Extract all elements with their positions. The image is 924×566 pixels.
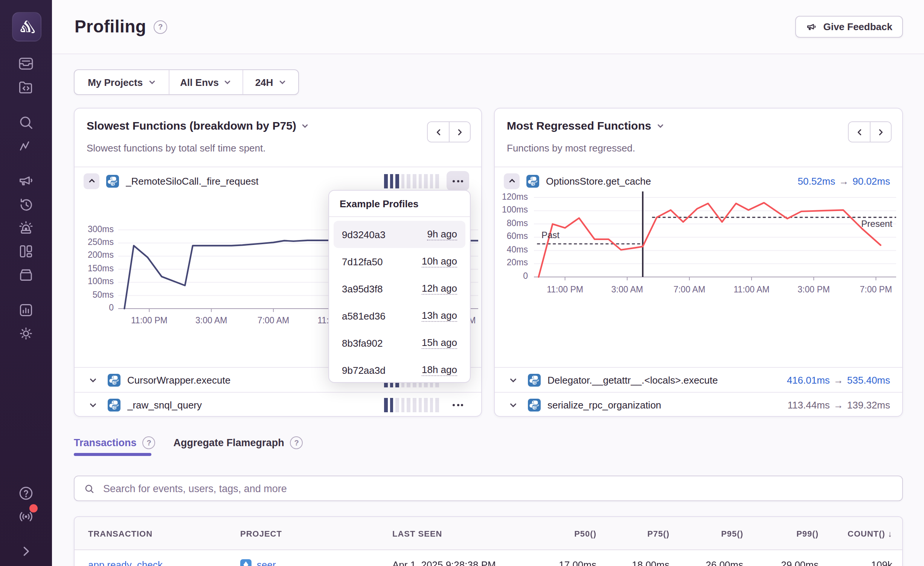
profile-item[interactable]: 7d12fa5010h ago: [334, 248, 465, 275]
flamegraph-help-icon[interactable]: ?: [290, 436, 303, 449]
last-seen-value: Apr 1, 2025 9:28:38 PM: [392, 559, 523, 566]
expand-row-button[interactable]: [505, 397, 521, 413]
sentry-logo[interactable]: [12, 12, 41, 41]
most-regressed-title[interactable]: Most Regressed Functions: [507, 119, 664, 132]
y-axis-tick: 40ms: [495, 245, 528, 254]
x-axis-tick: 3:00 PM: [780, 285, 848, 294]
table-header: TRANSACTION PROJECT LAST SEEN P50() P75(…: [75, 517, 902, 550]
profile-id: 3a95d3f8: [342, 283, 383, 294]
sidebar-item-traces[interactable]: [17, 138, 35, 155]
project-filter[interactable]: My Projects: [75, 70, 169, 94]
profile-age-link[interactable]: 18h ago: [422, 364, 457, 376]
column-last-seen[interactable]: LAST SEEN: [392, 529, 523, 538]
expand-row-button[interactable]: [85, 372, 101, 388]
sidebar-item-replays[interactable]: [17, 196, 35, 213]
regression-values[interactable]: 113.44ms→139.32ms: [788, 399, 890, 411]
column-transaction[interactable]: TRANSACTION: [88, 529, 240, 538]
profile-item[interactable]: 8b3fa90215h ago: [334, 329, 465, 356]
before-value: 416.01ms: [787, 374, 830, 385]
sidebar-item-feedback[interactable]: [17, 172, 35, 189]
regression-values[interactable]: 50.52ms→90.02ms: [798, 175, 890, 187]
y-axis-tick: 50ms: [75, 290, 114, 299]
sidebar-item-issues[interactable]: [17, 55, 35, 72]
prev-page-button[interactable]: [428, 122, 449, 142]
chevron-left-icon: [855, 128, 863, 136]
slowest-functions-subtitle: Slowest functions by total self time spe…: [87, 142, 265, 154]
sidebar-item-whats-new[interactable]: [17, 508, 35, 525]
sidebar-item-alerts[interactable]: [17, 219, 35, 237]
x-axis-tick: 3:00 AM: [593, 285, 661, 294]
arrow-icon: →: [830, 374, 847, 385]
expand-row-button[interactable]: [85, 397, 101, 413]
prev-page-button[interactable]: [849, 122, 870, 142]
function-name[interactable]: CursorWrapper.execute: [127, 374, 230, 385]
transactions-help-icon[interactable]: ?: [143, 436, 156, 449]
profiling-help-icon[interactable]: ?: [154, 20, 167, 34]
chart-annotation-label: Present: [861, 219, 892, 229]
collapse-row-button[interactable]: [504, 173, 520, 189]
column-count[interactable]: COUNT() ↓: [819, 529, 892, 538]
profile-age-link[interactable]: 9h ago: [427, 228, 457, 240]
column-project[interactable]: PROJECT: [240, 529, 392, 538]
column-p50[interactable]: P50(): [523, 529, 596, 538]
python-icon: [528, 373, 541, 386]
profile-item[interactable]: 9d3240a39h ago: [334, 221, 465, 248]
transaction-link[interactable]: app.ready_check: [88, 559, 240, 566]
regression-values[interactable]: 416.01ms→535.40ms: [787, 374, 890, 385]
profile-age-link[interactable]: 15h ago: [422, 337, 457, 349]
tab-transactions[interactable]: Transactions ?: [74, 436, 156, 449]
after-value: 90.02ms: [852, 175, 890, 187]
p75-value: 18.00ms: [596, 559, 669, 566]
next-page-button[interactable]: [449, 122, 470, 142]
chevron-down-icon: [302, 122, 309, 129]
expand-row-button[interactable]: [505, 372, 521, 388]
sidebar-collapse-toggle[interactable]: [17, 543, 35, 560]
project-cell[interactable]: seer: [240, 559, 392, 566]
tab-aggregate-flamegraph[interactable]: Aggregate Flamegraph ?: [174, 436, 303, 449]
function-name[interactable]: Delegator.__getattr__.<locals>.execute: [547, 374, 718, 385]
profiling-page: Profiling ? Give Feedback My Projects Al…: [0, 0, 924, 566]
y-axis-tick: 80ms: [495, 218, 528, 227]
after-value: 139.32ms: [847, 399, 890, 411]
environment-filter[interactable]: All Envs: [169, 70, 242, 94]
sidebar-item-help[interactable]: [17, 485, 35, 502]
function-name[interactable]: serialize_rpc_organization: [547, 399, 661, 411]
sidebar-item-dashboards[interactable]: [17, 243, 35, 260]
profile-age-link[interactable]: 10h ago: [422, 255, 457, 268]
sidebar-item-settings[interactable]: [17, 325, 35, 342]
python-icon: [106, 174, 119, 187]
active-tab-indicator: [74, 453, 151, 456]
search-input[interactable]: [102, 482, 893, 495]
date-range-filter[interactable]: 24H: [242, 70, 298, 94]
function-name[interactable]: _raw_snql_query: [127, 399, 202, 411]
column-p75[interactable]: P75(): [596, 529, 669, 538]
y-axis-tick: 0: [75, 303, 114, 312]
give-feedback-button[interactable]: Give Feedback: [795, 16, 903, 38]
example-profiles-dropdown: Example Profiles 9d3240a39h ago 7d12fa50…: [328, 190, 471, 383]
function-name[interactable]: OptionsStore.get_cache: [546, 175, 651, 187]
example-profiles-button[interactable]: [447, 395, 469, 415]
column-p99[interactable]: P99(): [743, 529, 819, 538]
profile-item[interactable]: 3a95d3f812h ago: [334, 275, 465, 302]
y-axis-tick: 20ms: [495, 258, 528, 267]
profile-item[interactable]: a581ed3613h ago: [334, 302, 465, 329]
profile-age-link[interactable]: 13h ago: [422, 310, 457, 322]
sidebar-item-releases[interactable]: [17, 266, 35, 283]
function-name[interactable]: _RemoteSiloCall._fire_request: [126, 175, 259, 187]
y-axis-tick: 100ms: [75, 277, 114, 286]
profile-age-link[interactable]: 12h ago: [422, 283, 457, 295]
x-axis-tick: 11:00 AM: [718, 285, 785, 294]
sidebar-item-explore[interactable]: [17, 114, 35, 131]
next-page-button[interactable]: [870, 122, 891, 142]
profile-item[interactable]: 9b72aa3d18h ago: [334, 356, 465, 384]
sidebar-item-stats[interactable]: [17, 301, 35, 319]
bar-chart-icon: [17, 301, 35, 319]
sidebar-item-projects[interactable]: [17, 78, 35, 96]
date-range-filter-label: 24H: [255, 76, 273, 88]
slowest-functions-title[interactable]: Slowest Functions (breakdown by P75): [87, 119, 309, 132]
example-profiles-button[interactable]: [447, 171, 469, 191]
column-p95[interactable]: P95(): [669, 529, 743, 538]
most-regressed-chart[interactable]: [534, 190, 896, 283]
profile-count-bars: [384, 398, 439, 412]
collapse-row-button[interactable]: [84, 173, 99, 189]
